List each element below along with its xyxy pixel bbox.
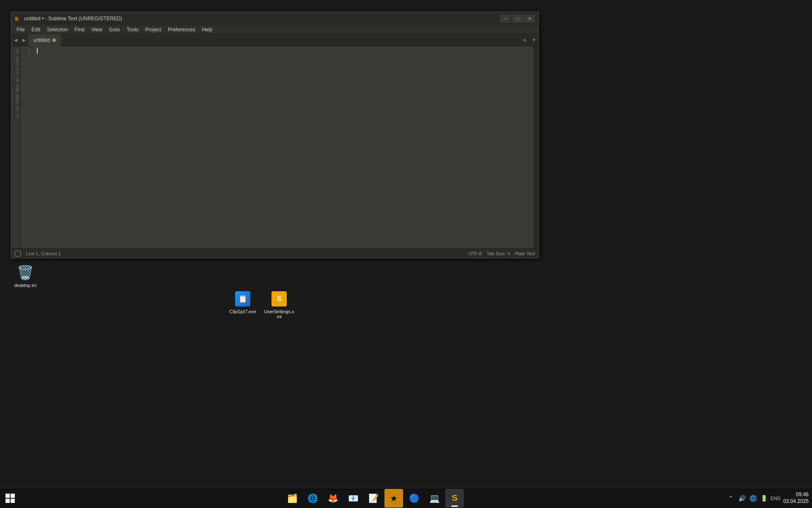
tab-next-button[interactable]: ▶ xyxy=(20,34,28,46)
line-number-1: 1 xyxy=(21,47,31,55)
usersettings-icon: S xyxy=(271,290,288,307)
sidebar-item-1: Ad xyxy=(11,48,20,54)
status-icon xyxy=(15,251,21,257)
clock-date: 03.04.2025 xyxy=(783,498,809,505)
taskbar-browser[interactable]: 🌐 xyxy=(303,489,322,508)
desktop-icon-desktopini[interactable]: 🗑️ desktop.ini xyxy=(8,262,42,290)
minimize-button[interactable]: ─ xyxy=(500,14,511,23)
taskbar-outlook[interactable]: 📧 xyxy=(344,489,362,508)
menu-tools[interactable]: Tools xyxy=(123,25,142,34)
menu-selection[interactable]: Selection xyxy=(44,25,71,34)
status-bar: Line 1, Column 1 UTF-8 Tab Size: 4 Plain… xyxy=(11,248,538,258)
menu-preferences[interactable]: Preferences xyxy=(165,25,199,34)
start-button[interactable] xyxy=(0,488,20,508)
menu-goto[interactable]: Goto xyxy=(106,25,123,34)
menu-project[interactable]: Project xyxy=(142,25,165,34)
taskbar-sublime[interactable]: S xyxy=(445,489,464,508)
menu-edit[interactable]: Edit xyxy=(28,25,44,34)
cursor-position: Line 1, Column 1 xyxy=(26,251,61,256)
tray-language[interactable]: ENG xyxy=(771,496,781,501)
desktop-icon-clipgpt[interactable]: 📋 ClipGpt7.exe xyxy=(226,289,260,316)
tab-prev-button[interactable]: ◀ xyxy=(11,34,20,46)
clipgpt-label: ClipGpt7.exe xyxy=(229,309,256,314)
code-editor[interactable] xyxy=(33,46,533,248)
taskbar-word[interactable]: 📝 xyxy=(364,489,383,508)
maximize-button[interactable]: □ xyxy=(512,14,523,23)
sidebar-item-3: Con xyxy=(11,67,20,76)
sidebar-item-5: Date xyxy=(11,83,20,93)
desktopini-icon: 🗑️ xyxy=(17,264,34,281)
editor-area: Ad 184-0 Con ze Date pana Fin Fi 1 xyxy=(11,46,538,248)
taskbar-firefox[interactable]: 🦊 xyxy=(324,489,342,508)
window-controls: ─ □ ✕ xyxy=(500,14,535,23)
clipgpt-icon: 📋 xyxy=(234,290,251,307)
tray-network[interactable]: 🌐 xyxy=(749,494,757,502)
app-icon: S xyxy=(15,15,22,22)
taskbar-powershell[interactable]: 💻 xyxy=(425,489,444,508)
menu-file[interactable]: File xyxy=(13,25,28,34)
title-bar: S untitled • - Sublime Text (UNREGISTERE… xyxy=(11,12,538,25)
clock-time: 09:46 xyxy=(783,491,809,498)
tray-battery[interactable]: 🔋 xyxy=(760,494,768,502)
tab-bar: ◀ ▶ untitled + ▼ xyxy=(11,34,538,46)
win-logo-q2 xyxy=(11,494,15,498)
sidebar-item-4: ze xyxy=(11,77,20,83)
menu-bar: File Edit Selection Find View Goto Tools… xyxy=(11,25,538,34)
menu-find[interactable]: Find xyxy=(71,25,88,34)
text-cursor xyxy=(37,48,38,54)
taskbar-app6[interactable]: ★ xyxy=(384,489,403,508)
sidebar-item-2: 184-0 xyxy=(11,55,20,66)
close-button[interactable]: ✕ xyxy=(524,14,535,23)
window-title: untitled • - Sublime Text (UNREGISTERED) xyxy=(24,16,500,22)
tab-modified-dot xyxy=(52,39,56,42)
tab-label: untitled xyxy=(33,37,50,43)
desktop-icon-usersettings[interactable]: S UserSettings.xml xyxy=(262,289,296,321)
menu-view[interactable]: View xyxy=(88,25,106,34)
win-logo-q4 xyxy=(11,499,15,503)
tab-add-button[interactable]: + xyxy=(520,34,530,46)
system-tray: ⌃ 🔊 🌐 🔋 ENG 09:46 03.04.2025 xyxy=(727,491,812,505)
tray-speaker[interactable]: 🔊 xyxy=(738,494,746,502)
sublime-window: S untitled • - Sublime Text (UNREGISTERE… xyxy=(11,12,539,258)
tab-size[interactable]: Tab Size: 4 xyxy=(487,251,510,256)
taskbar-app7[interactable]: 🔵 xyxy=(405,489,423,508)
sidebar-item-6: pana xyxy=(11,94,20,104)
tray-time[interactable]: 09:46 03.04.2025 xyxy=(783,491,809,505)
windows-logo xyxy=(5,494,15,503)
line-gutter: 1 xyxy=(21,46,33,248)
menu-help[interactable]: Help xyxy=(199,25,216,34)
taskbar: 🗂️ 🌐 🦊 📧 📝 ★ 🔵 💻 S ⌃ 🔊 🌐 🔋 ENG 09:46 03.… xyxy=(0,488,812,508)
tab-untitled[interactable]: untitled xyxy=(28,34,61,46)
file-syntax[interactable]: Plain Text xyxy=(515,251,535,256)
win-logo-q3 xyxy=(5,499,10,503)
sidebar-strip: Ad 184-0 Con ze Date pana Fin Fi xyxy=(11,46,21,248)
vertical-scrollbar[interactable] xyxy=(533,46,538,248)
tab-dropdown-button[interactable]: ▼ xyxy=(530,34,538,46)
sidebar-item-7: Fin xyxy=(11,105,20,112)
tray-chevron[interactable]: ⌃ xyxy=(727,494,735,502)
desktopini-label: desktop.ini xyxy=(14,283,37,288)
taskbar-file-explorer[interactable]: 🗂️ xyxy=(283,489,302,508)
usersettings-label: UserSettings.xml xyxy=(264,309,294,319)
win-logo-q1 xyxy=(5,494,10,498)
file-encoding[interactable]: UTF-8 xyxy=(469,251,482,256)
sidebar-item-8: Fi xyxy=(11,113,20,118)
desktop: 🗑️ desktop.ini 📋 ClipGpt7.exe S UserSett… xyxy=(0,0,812,508)
taskbar-icons: 🗂️ 🌐 🦊 📧 📝 ★ 🔵 💻 S xyxy=(20,489,727,508)
